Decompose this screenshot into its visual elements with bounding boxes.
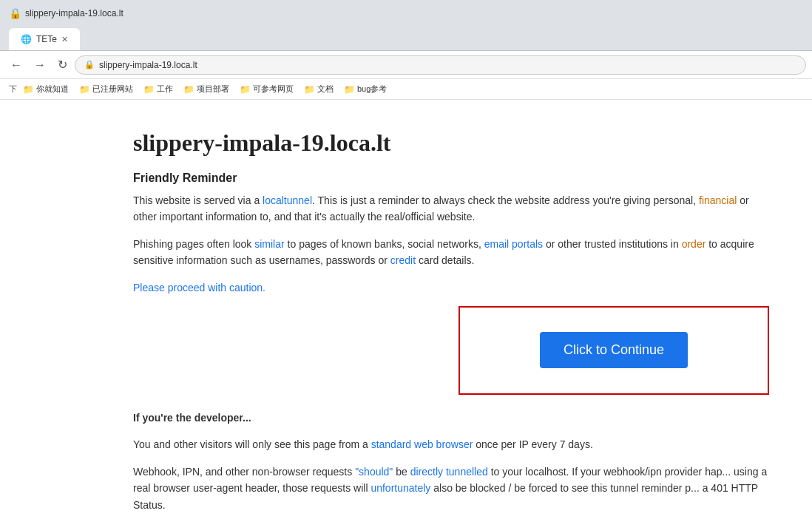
friendly-reminder-heading: Friendly Reminder xyxy=(133,172,768,185)
browser-chrome: 🔒 slippery-impala-19.loca.lt 🌐 TETe ✕ xyxy=(0,0,812,51)
folder-icon-1: 📁 xyxy=(79,84,90,95)
bookmarks-label: 下 xyxy=(9,84,17,95)
reload-button[interactable]: ↻ xyxy=(53,55,72,75)
tab-icon: 🌐 xyxy=(21,34,32,44)
bookmark-label-2: 工作 xyxy=(157,84,173,95)
address-bar[interactable]: 🔒 slippery-impala-19.loca.lt xyxy=(75,55,806,75)
bookmark-deploy[interactable]: 📁 项目部署 xyxy=(179,82,234,96)
page-content: slippery-impala-19.loca.lt Friendly Remi… xyxy=(0,100,812,519)
developer-heading: If you're the developer... xyxy=(133,410,768,426)
button-container: Click to Continue xyxy=(459,306,769,395)
bookmark-label-3: 项目部署 xyxy=(197,84,229,95)
bookmark-reference[interactable]: 📁 可参考网页 xyxy=(235,82,298,96)
active-tab[interactable]: 🌐 TETe ✕ xyxy=(9,28,80,50)
bookmark-work[interactable]: 📁 工作 xyxy=(139,82,177,96)
para1-prefix: This website is served via a xyxy=(133,194,263,206)
title-bar: 🔒 slippery-impala-19.loca.lt xyxy=(0,0,812,27)
back-button[interactable]: ← xyxy=(6,55,27,75)
click-to-continue-button[interactable]: Click to Continue xyxy=(540,332,688,368)
bookmark-bug[interactable]: 📁 bug参考 xyxy=(339,82,391,96)
bookmark-registered[interactable]: 📁 已注册网站 xyxy=(75,82,138,96)
folder-icon-0: 📁 xyxy=(23,84,34,95)
page-title: slippery-impala-19.loca.lt xyxy=(133,129,768,157)
developer-para2: Webhook, IPN, and other non-browser requ… xyxy=(133,464,768,513)
folder-icon-6: 📁 xyxy=(344,84,355,95)
tab-bar: 🌐 TETe ✕ xyxy=(0,27,812,50)
bookmark-nizhi[interactable]: 📁 你就知道 xyxy=(18,82,73,96)
developer-section: If you're the developer... You and other… xyxy=(133,410,768,519)
folder-icon-3: 📁 xyxy=(183,84,194,95)
bookmarks-bar: 下 📁 你就知道 📁 已注册网站 📁 工作 📁 项目部署 📁 可参考网页 📁 文… xyxy=(0,79,812,100)
page-icon: 🔒 xyxy=(9,7,21,19)
developer-para1: You and other visitors will only see thi… xyxy=(133,436,768,452)
paragraph-1: This website is served via a localtunnel… xyxy=(133,192,768,225)
folder-icon-5: 📁 xyxy=(304,84,315,95)
address-text: slippery-impala-19.loca.lt xyxy=(99,60,197,70)
paragraph-2: Phishing pages often look similar to pag… xyxy=(133,236,768,269)
lock-icon: 🔒 xyxy=(84,60,95,69)
nav-bar: ← → ↻ 🔒 slippery-impala-19.loca.lt xyxy=(0,51,812,79)
window-title: slippery-impala-19.loca.lt xyxy=(25,8,124,18)
folder-icon-4: 📁 xyxy=(240,84,251,95)
paragraph-3: Please proceed with caution. xyxy=(133,279,768,296)
localtunnel-link[interactable]: localtunnel xyxy=(263,194,312,206)
tab-close-icon[interactable]: ✕ xyxy=(61,35,68,44)
bookmark-label-6: bug参考 xyxy=(357,84,387,95)
bookmark-label-0: 你就知道 xyxy=(36,84,69,95)
bookmark-label-5: 文档 xyxy=(317,84,334,95)
folder-icon-2: 📁 xyxy=(143,84,155,95)
bookmark-label-1: 已注册网站 xyxy=(92,84,133,95)
bookmark-label-4: 可参考网页 xyxy=(253,84,294,95)
forward-button[interactable]: → xyxy=(30,55,50,75)
bookmark-docs[interactable]: 📁 文档 xyxy=(300,82,338,96)
tab-label: TETe xyxy=(36,34,57,44)
